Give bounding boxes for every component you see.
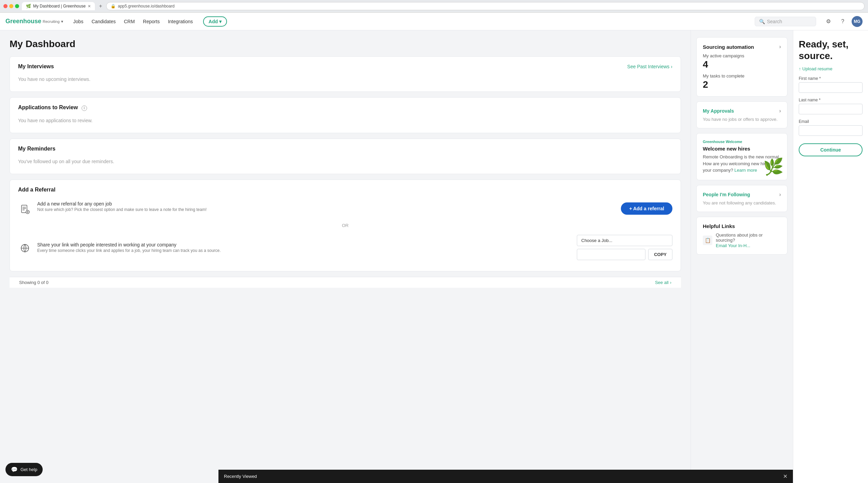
share-link-title: Share your link with people interested i… — [37, 242, 571, 247]
referral-add-title: Add a new referral for any open job — [37, 201, 615, 207]
continue-button[interactable]: Continue — [799, 143, 863, 156]
url-text: app5.greenhouse.io/dashboard — [118, 4, 860, 9]
helpful-item-icon: 📋 — [703, 236, 712, 245]
reminders-card: My Reminders You've followed up on all y… — [10, 139, 681, 174]
tasks-value: 2 — [703, 79, 781, 90]
logo-greenhouse: Greenhouse — [5, 18, 41, 25]
approvals-chevron-icon[interactable]: › — [779, 108, 781, 114]
nav-icons: ⚙ ? MG — [823, 16, 863, 27]
nav-crm[interactable]: CRM — [120, 17, 138, 26]
nav-integrations[interactable]: Integrations — [165, 17, 196, 26]
share-link-icon — [18, 241, 32, 255]
upload-resume-link[interactable]: ↑ Upload resume — [799, 66, 863, 71]
following-card-title: People I'm Following › — [703, 191, 781, 198]
copy-link-input[interactable] — [577, 249, 645, 260]
see-past-interviews-link[interactable]: See Past Interviews › — [627, 64, 672, 69]
helpful-item-text: Questions about jobs or sourcing? — [716, 232, 781, 243]
share-link-row: Share your link with people interested i… — [18, 231, 672, 264]
following-chevron-icon[interactable]: › — [779, 191, 781, 198]
recently-viewed-close-icon[interactable]: ✕ — [783, 473, 787, 480]
add-caret-icon: ▾ — [219, 19, 222, 24]
recently-viewed-bar: Recently Viewed ✕ — [218, 470, 793, 483]
approvals-card-title: My Approvals › — [703, 108, 781, 114]
get-help-label: Get help — [20, 467, 37, 472]
or-divider: OR — [18, 220, 672, 231]
campaigns-label: My active campaigns — [703, 53, 781, 58]
last-name-input[interactable] — [799, 104, 863, 114]
address-bar[interactable]: 🔒 app5.greenhouse.io/dashboard — [106, 2, 865, 10]
see-all-chevron-icon: › — [670, 280, 671, 285]
helpful-links-title: Helpful Links — [703, 223, 781, 229]
get-help-button[interactable]: 💬 Get help — [5, 463, 43, 476]
nav-reports[interactable]: Reports — [140, 17, 163, 26]
referral-card-title: Add a Referral — [18, 187, 55, 193]
tab-close-icon[interactable]: ✕ — [88, 4, 91, 9]
tab-favicon: 🌿 — [26, 4, 31, 9]
learn-more-link[interactable]: Learn more — [735, 168, 757, 173]
maximize-window-dot[interactable] — [15, 4, 19, 8]
referral-add-row: Add a new referral for any open job Not … — [18, 197, 672, 220]
email-input[interactable] — [799, 125, 863, 136]
logo[interactable]: Greenhouse Recruiting ▾ — [5, 18, 63, 25]
following-link[interactable]: People I'm Following — [703, 192, 750, 197]
nav-jobs[interactable]: Jobs — [70, 17, 87, 26]
welcome-title: Welcome new hires — [703, 146, 781, 152]
main-content: My Dashboard My Interviews See Past Inte… — [0, 30, 691, 483]
first-name-input[interactable] — [799, 82, 863, 93]
new-tab-button[interactable]: + — [98, 3, 103, 9]
choose-job-select[interactable]: Choose a Job... — [577, 235, 672, 246]
browser-window-controls — [3, 4, 19, 8]
nav-candidates[interactable]: Candidates — [88, 17, 119, 26]
search-box[interactable]: 🔍 Search — [755, 17, 816, 26]
right-sidebar: Sourcing automation › My active campaign… — [691, 30, 793, 483]
interviews-card-title: My Interviews — [18, 63, 54, 70]
first-name-label: First name * — [799, 76, 863, 81]
referral-card-header: Add a Referral — [18, 187, 672, 193]
reminders-card-title: My Reminders — [18, 146, 55, 152]
applications-info-icon[interactable]: i — [82, 105, 87, 111]
avatar[interactable]: MG — [852, 16, 863, 27]
helpful-item: 📋 Questions about jobs or sourcing? Emai… — [703, 232, 781, 248]
see-all-link[interactable]: See all › — [655, 280, 671, 285]
search-icon: 🔍 — [759, 19, 765, 24]
see-past-chevron-icon: › — [671, 64, 672, 69]
copy-row: COPY — [577, 249, 672, 260]
sourcing-chevron-icon[interactable]: › — [779, 44, 781, 50]
welcome-card: Greenhouse Welcome Welcome new hires Rem… — [696, 133, 787, 180]
logo-caret-icon[interactable]: ▾ — [61, 19, 63, 24]
last-name-group: Last name * — [799, 98, 863, 114]
following-empty-text: You are not following any candidates. — [703, 200, 781, 205]
approvals-link[interactable]: My Approvals — [703, 108, 734, 114]
settings-icon[interactable]: ⚙ — [823, 16, 834, 27]
get-help-icon: 💬 — [11, 466, 18, 473]
help-icon[interactable]: ? — [837, 16, 848, 27]
applications-card-title: Applications to Review i — [18, 104, 87, 111]
referral-add-text: Add a new referral for any open job Not … — [37, 201, 615, 212]
minimize-window-dot[interactable] — [9, 4, 13, 8]
last-name-label: Last name * — [799, 98, 863, 102]
add-button-label: Add — [209, 19, 218, 24]
browser-tab[interactable]: 🌿 My Dashboard | Greenhouse ✕ — [22, 2, 95, 10]
lock-icon: 🔒 — [111, 4, 116, 9]
plant-decoration: 🌿 — [763, 157, 784, 176]
email-label: Email — [799, 119, 863, 124]
tab-title: My Dashboard | Greenhouse — [33, 4, 86, 9]
sourcing-card: Sourcing automation › My active campaign… — [696, 37, 787, 97]
following-card: People I'm Following › You are not follo… — [696, 185, 787, 212]
choose-job-wrap: Choose a Job... COPY — [577, 235, 672, 260]
referral-doc-icon — [18, 202, 32, 216]
campaigns-value: 4 — [703, 59, 781, 70]
search-placeholder: Search — [767, 19, 782, 24]
add-button[interactable]: Add ▾ — [203, 16, 227, 27]
reminders-empty-text: You've followed up on all your due remin… — [18, 156, 672, 167]
interviews-card-header: My Interviews See Past Interviews › — [18, 63, 672, 70]
logo-recruiting: Recruiting — [43, 19, 60, 24]
copy-button[interactable]: COPY — [648, 249, 672, 260]
add-referral-button[interactable]: + Add a referral — [621, 202, 672, 215]
applications-card: Applications to Review i You have no app… — [10, 97, 681, 133]
email-inhouse-link[interactable]: Email Your In-H... — [716, 243, 750, 248]
tasks-label: My tasks to complete — [703, 73, 781, 79]
close-window-dot[interactable] — [3, 4, 8, 8]
browser-chrome: 🌿 My Dashboard | Greenhouse ✕ + 🔒 app5.g… — [0, 0, 868, 13]
email-group: Email — [799, 119, 863, 136]
